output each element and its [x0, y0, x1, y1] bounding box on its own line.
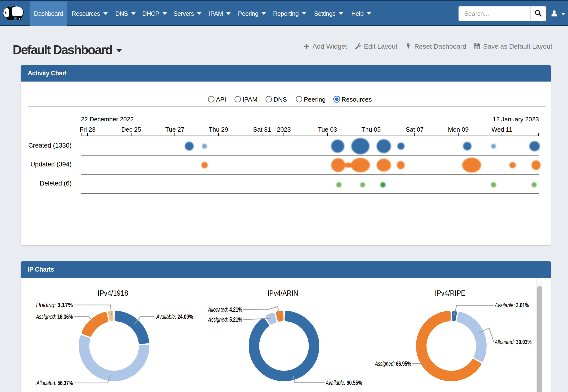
svg-text:Dec 25: Dec 25 [121, 126, 141, 133]
svg-text:Allocated: 4.21%: Allocated: 4.21% [208, 306, 242, 313]
svg-text:22 December 2022: 22 December 2022 [81, 116, 134, 123]
svg-text:Available: 24.09%: Available: 24.09% [156, 313, 193, 320]
svg-text:Allocated: 56.37%: Allocated: 56.37% [36, 380, 73, 386]
svg-text:IPAM: IPAM [243, 96, 258, 103]
svg-text:12 January 2023: 12 January 2023 [493, 116, 539, 123]
svg-text:Mon 09: Mon 09 [448, 126, 469, 133]
svg-text:Peering: Peering [304, 96, 325, 103]
svg-text:IPv4/RIPE: IPv4/RIPE [435, 289, 465, 297]
svg-text:Thu 29: Thu 29 [209, 126, 228, 133]
svg-text:Available: 90.55%: Available: 90.55% [325, 379, 362, 386]
svg-text:Resources: Resources [342, 96, 372, 103]
svg-text:Tue 03: Tue 03 [318, 126, 337, 133]
svg-text:Sat 31: Sat 31 [253, 126, 271, 133]
svg-text:2023: 2023 [277, 126, 291, 133]
svg-text:API: API [216, 96, 226, 103]
svg-text:Holding: 3.17%: Holding: 3.17% [36, 302, 73, 308]
svg-text:Wed 11: Wed 11 [491, 126, 512, 133]
svg-text:Sat 07: Sat 07 [406, 126, 424, 133]
svg-text:Fri 23: Fri 23 [80, 126, 95, 133]
svg-text:Thu 05: Thu 05 [361, 126, 381, 133]
svg-text:Available: 3.01%: Available: 3.01% [494, 302, 529, 308]
svg-text:DNS: DNS [274, 96, 287, 103]
svg-text:Allocated: 30.03%: Allocated: 30.03% [494, 339, 531, 345]
svg-text:IPv4/1918: IPv4/1918 [98, 289, 128, 297]
svg-text:Assigned: 16.36%: Assigned: 16.36% [36, 313, 73, 320]
svg-text:Created (1330): Created (1330) [28, 142, 72, 149]
svg-text:Updated (394): Updated (394) [30, 161, 72, 168]
svg-text:IPv4/ARIN: IPv4/ARIN [268, 289, 298, 297]
svg-text:Deleted (6): Deleted (6) [40, 180, 72, 187]
svg-text:Tue 27: Tue 27 [165, 126, 185, 133]
svg-text:Assigned: 5.21%: Assigned: 5.21% [208, 316, 242, 323]
svg-text:Assigned: 66.95%: Assigned: 66.95% [375, 360, 411, 367]
